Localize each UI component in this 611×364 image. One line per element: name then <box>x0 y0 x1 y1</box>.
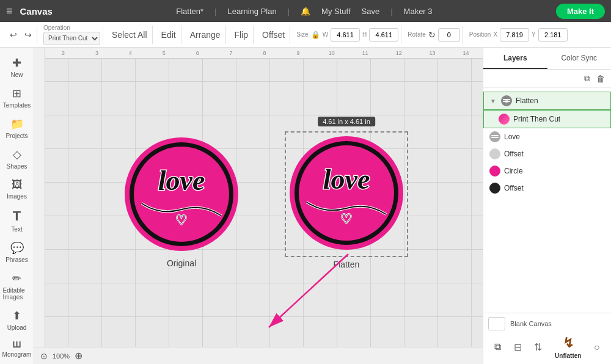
panel-tabs: Layers Color Sync <box>483 48 611 70</box>
ruler-tick: 8 <box>248 50 282 56</box>
ruler-tick: 11 <box>348 50 382 56</box>
sidebar-label-templates: Templates <box>3 102 31 109</box>
sidebar-label-editable: Editable Images <box>3 287 31 300</box>
canvas-color-swatch[interactable] <box>488 317 505 330</box>
make-it-button[interactable]: Make It <box>556 4 605 19</box>
sidebar-item-projects[interactable]: 📁 Projects <box>2 114 32 143</box>
sidebar-item-phrases[interactable]: 💬 Phrases <box>2 238 32 267</box>
undo-redo-group: ↩ ↪ <box>5 26 37 44</box>
canvas-row: Blank Canvas <box>488 317 606 330</box>
flip-group: Flip <box>230 26 254 44</box>
layer-item-offset2[interactable]: Offset <box>483 180 611 197</box>
offset-button[interactable]: Offset <box>260 29 287 41</box>
select-all-button[interactable]: Select All <box>109 29 150 41</box>
sidebar-item-new[interactable]: ✚ New <box>2 53 32 82</box>
top-bar: ≡ Canvas Flatten* | Learning Plan | 🔔 My… <box>0 0 611 22</box>
svg-text:♡: ♡ <box>175 213 188 228</box>
sidebar-item-templates[interactable]: ⊞ Templates <box>2 83 32 112</box>
top-bar-center: Flatten* | Learning Plan | 🔔 My Stuff Sa… <box>60 7 549 16</box>
layer-item-flatten[interactable]: ▼ Flatten <box>483 92 611 110</box>
learning-plan[interactable]: Learning Plan <box>227 7 276 16</box>
lock-icon: 🔒 <box>311 31 320 39</box>
rotate-group: Rotate ↻ <box>405 26 463 44</box>
duplicate-layer-button[interactable]: ⧉ <box>583 72 591 85</box>
layer-item-circle[interactable]: Circle <box>483 162 611 180</box>
canvas-grid: 2 3 4 5 6 7 8 9 10 11 12 13 14 <box>34 48 483 364</box>
arrange-bottom-icon: ⇅ <box>534 341 542 353</box>
sidebar-label-new: New <box>10 71 23 78</box>
group-button[interactable]: ⧉ <box>494 341 501 354</box>
height-input[interactable] <box>369 28 398 42</box>
ruler-tick: 9 <box>281 50 315 56</box>
rotate-input[interactable] <box>438 28 460 42</box>
operation-select[interactable]: Print Then Cut <box>43 32 100 45</box>
ruler-tick: 14 <box>449 50 483 56</box>
ruler-tick: 7 <box>214 50 248 56</box>
zoom-bar: ⊙ 100% ⊕ <box>34 347 483 364</box>
more-button[interactable]: ○ <box>594 342 600 353</box>
align-button[interactable]: ⊟ <box>514 341 522 353</box>
monogram-icon: Ш <box>12 340 21 349</box>
original-love-circle: love love ♡ ♡ <box>123 136 240 252</box>
redo-button[interactable]: ↪ <box>22 29 34 41</box>
flatten-design[interactable]: 4.61 in x 4.61 in love love ♡ ♡ <box>288 135 404 269</box>
sidebar-item-shapes[interactable]: ◇ Shapes <box>2 144 32 173</box>
pos-y-input[interactable] <box>538 28 568 42</box>
zoom-fit-icon: ⊙ <box>40 351 48 361</box>
height-label: H <box>362 31 367 38</box>
arrange-bottom-button[interactable]: ⇅ <box>534 341 542 353</box>
tab-color-sync[interactable]: Color Sync <box>547 48 612 69</box>
delete-layer-button[interactable]: 🗑 <box>595 73 606 85</box>
divider: | <box>214 7 216 16</box>
undo-button[interactable]: ↩ <box>7 29 20 41</box>
my-stuff-link[interactable]: My Stuff <box>321 7 350 16</box>
zoom-plus-icon[interactable]: ⊕ <box>75 350 82 362</box>
pos-x-input[interactable] <box>500 28 529 42</box>
arrange-group: Arrange <box>185 26 226 44</box>
ruler-horizontal: 2 3 4 5 6 7 8 9 10 11 12 13 14 <box>34 48 483 59</box>
ruler-tick: 6 <box>181 50 214 56</box>
svg-text:♡: ♡ <box>340 211 353 227</box>
left-sidebar: ✚ New ⊞ Templates 📁 Projects ◇ Shapes 🖼 … <box>0 48 34 364</box>
sidebar-item-editable-images[interactable]: ✏ Editable Images <box>2 268 32 304</box>
sidebar-label-projects: Projects <box>5 133 27 139</box>
chevron-down-icon: ▼ <box>490 98 496 104</box>
unflatten-button[interactable]: ↯ Unflatten <box>555 335 581 359</box>
app-title: Canvas <box>20 6 53 16</box>
edit-label: Edit <box>161 30 176 40</box>
offset-group: Offset <box>257 26 290 44</box>
tab-layers[interactable]: Layers <box>483 48 547 69</box>
width-input[interactable] <box>331 28 360 42</box>
pos-y-label: Y <box>532 31 536 38</box>
layer-item-print-then-cut[interactable]: Print Then Cut <box>483 110 611 128</box>
circle-layer-icon <box>489 166 500 177</box>
love-layer-label: Love <box>504 133 520 141</box>
projects-icon: 📁 <box>10 117 24 131</box>
sidebar-item-upload[interactable]: ⬆ Upload <box>2 305 32 335</box>
templates-icon: ⊞ <box>12 87 21 100</box>
width-label: W <box>323 31 328 38</box>
ruler-tick: 13 <box>415 50 449 56</box>
arrange-button[interactable]: Arrange <box>188 29 223 41</box>
menu-icon[interactable]: ≡ <box>6 5 13 18</box>
print-then-cut-label: Print Then Cut <box>513 115 560 123</box>
panel-bottom: Blank Canvas ⧉ ⊟ ⇅ ↯ Unflatten ○ <box>483 313 611 364</box>
layer-item-love[interactable]: Love <box>483 128 611 145</box>
layer-item-offset[interactable]: Offset <box>483 145 611 162</box>
machine-selector[interactable]: Maker 3 <box>404 7 433 16</box>
edit-button[interactable]: Edit <box>159 29 178 41</box>
sidebar-item-monogram[interactable]: Ш Monogram <box>2 336 32 362</box>
sidebar-item-text[interactable]: T Text <box>2 205 32 236</box>
text-icon: T <box>13 208 21 224</box>
images-icon: 🖼 <box>12 178 23 191</box>
flatten-layer-icon <box>501 95 512 106</box>
toolbar: ↩ ↪ Operation Print Then Cut Select All … <box>0 22 611 48</box>
sidebar-item-images[interactable]: 🖼 Images <box>2 175 32 203</box>
save-link[interactable]: Save <box>362 7 380 16</box>
flip-button[interactable]: Flip <box>232 29 251 41</box>
canvas-area[interactable]: 2 3 4 5 6 7 8 9 10 11 12 13 14 <box>34 48 483 364</box>
offset-label: Offset <box>262 30 285 40</box>
position-label: Position <box>469 31 491 38</box>
love-layer-icon <box>489 131 500 142</box>
size-tooltip: 4.61 in x 4.61 in <box>318 117 375 126</box>
